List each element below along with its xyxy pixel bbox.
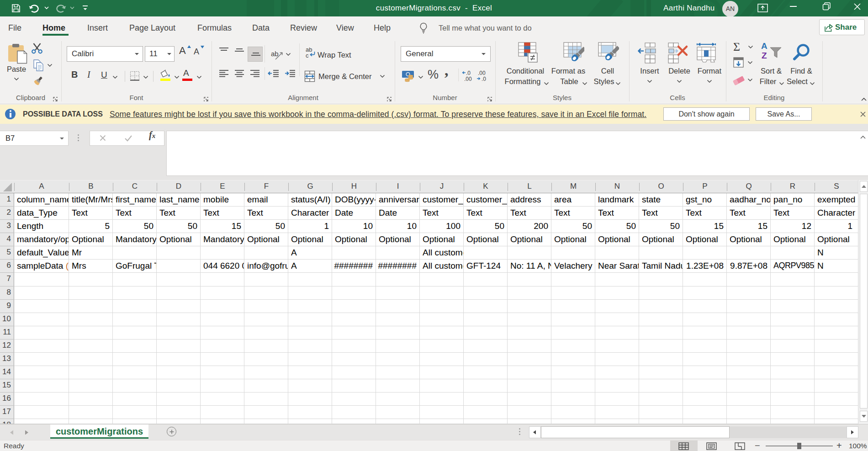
svg-text:.0: .0: [482, 76, 486, 82]
svg-text:.00: .00: [478, 70, 486, 76]
svg-text:c: c: [306, 52, 309, 58]
svg-text:.0: .0: [466, 70, 471, 76]
svg-text:.00: .00: [464, 76, 472, 82]
svg-text:ab: ab: [271, 50, 279, 58]
